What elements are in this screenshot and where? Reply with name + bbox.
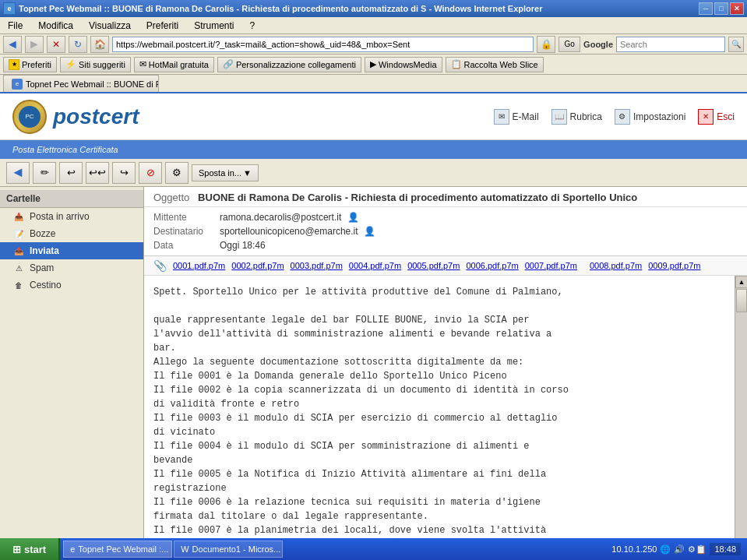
data-label: Data <box>153 240 220 251</box>
scroll-thumb[interactable] <box>736 289 747 312</box>
forward-button[interactable]: ↪ <box>112 162 136 184</box>
oggetto-label: Oggetto <box>153 192 195 203</box>
data-row: Data Oggi 18:46 <box>153 238 738 252</box>
suggested-sites-button[interactable]: ⚡ Siti suggeriti <box>60 57 131 72</box>
attachment-0008[interactable]: 0008.pdf.p7m <box>590 261 642 270</box>
taskbar-item-word[interactable]: W Documento1 - Micros... <box>174 541 283 558</box>
mittente-row: Mittente ramona.decarolis@postcert.it 👤 <box>153 210 738 224</box>
destinatario-badge-icon: 👤 <box>364 226 375 237</box>
maximize-button[interactable]: □ <box>714 2 728 15</box>
hotmail-icon: ✉ <box>139 59 146 69</box>
personalizza-button[interactable]: 🔗 Personalizzazione collegamenti <box>217 57 361 72</box>
start-label: start <box>24 544 46 555</box>
tab-bar: e Topnet Pec Webmail :: BUONE di Ramona … <box>0 75 747 93</box>
paperclip-icon: 📎 <box>153 259 167 272</box>
email-view: Oggetto BUONE di Ramona De Carolis - Ric… <box>144 187 747 560</box>
suggested-sites-label: Siti suggeriti <box>79 60 125 69</box>
taskbar-item-webmail[interactable]: e Topnet Pec Webmail :... <box>63 541 172 558</box>
menu-file[interactable]: File <box>3 19 27 33</box>
impostazioni-nav-button[interactable]: ⚙ Impostazioni <box>615 109 685 125</box>
scroll-up-arrow[interactable]: ▲ <box>735 276 747 288</box>
raccolta-button[interactable]: 📋 Raccolta Web Slice <box>446 57 544 72</box>
scroll-bar[interactable]: ▲ ▼ <box>735 276 747 560</box>
tab-icon: e <box>12 79 23 90</box>
address-input[interactable] <box>112 37 534 52</box>
close-button[interactable]: ✕ <box>730 2 744 15</box>
trash-icon: 🗑 <box>12 279 25 291</box>
menu-preferiti[interactable]: Preferiti <box>142 19 183 33</box>
forward-button[interactable]: ► <box>25 36 44 53</box>
rubrica-nav-icon: 📖 <box>551 109 567 125</box>
attachment-0002[interactable]: 0002.pdf.p7m <box>231 261 284 270</box>
attachment-0001[interactable]: 0001.pdf.p7m <box>173 261 225 270</box>
sidebar-item-label-bozze: Bozze <box>30 228 55 239</box>
menu-help[interactable]: ? <box>245 19 260 33</box>
taskbar-item-label-webmail: Topnet Pec Webmail :... <box>78 544 168 554</box>
attachment-0004[interactable]: 0004.pdf.p7m <box>349 261 401 270</box>
windows-logo-icon: ⊞ <box>12 544 21 555</box>
sidebar-item-spam[interactable]: ⚠ Spam <box>0 259 143 276</box>
drafts-icon: 📝 <box>12 227 25 240</box>
mittente-value: ramona.decarolis@postcert.it 👤 <box>220 212 738 223</box>
destinatario-label: Destinatario <box>153 226 220 237</box>
hotmail-button[interactable]: ✉ HotMail gratuita <box>134 57 214 72</box>
windows-media-button[interactable]: ▶ WindowsMedia <box>365 57 442 72</box>
back-button[interactable]: ◄ <box>3 36 22 53</box>
rubrica-nav-button[interactable]: 📖 Rubrica <box>551 109 602 125</box>
start-button[interactable]: ⊞ start <box>0 538 60 560</box>
personalizza-label: Personalizzazione collegamenti <box>236 60 356 69</box>
sub-header-text: Posta Elettronica Certificata <box>12 145 118 154</box>
edit-button[interactable]: ✏ <box>33 162 56 184</box>
email-nav-button[interactable]: ✉ E-Mail <box>494 109 539 125</box>
clock: 18:48 <box>710 543 741 555</box>
attachment-0007[interactable]: 0007.pdf.p7m <box>525 261 577 270</box>
settings-button[interactable]: ⚙ <box>165 162 189 184</box>
browser-icon: e <box>3 2 16 15</box>
destinatario-text: sportellounicopiceno@emarche.it <box>220 226 358 237</box>
sidebar-item-inviata[interactable]: 📤 Inviata <box>0 242 143 259</box>
logo-text: postcert <box>53 104 139 129</box>
spam-icon: ⚠ <box>12 262 25 274</box>
title-bar: e Topnet Pec Webmail :: BUONE di Ramona … <box>0 0 747 17</box>
reply-button[interactable]: ↩ <box>59 162 83 184</box>
search-button[interactable]: 🔍 <box>728 37 744 52</box>
favorites-button[interactable]: ★ Preferiti <box>3 57 57 72</box>
sposta-button[interactable]: Sposta in... ▼ <box>192 164 259 181</box>
stop-button[interactable]: ✕ <box>47 36 65 53</box>
menu-visualizza[interactable]: Visualizza <box>84 19 136 33</box>
mittente-label: Mittente <box>153 212 220 223</box>
sidebar: Cartelle 📥 Posta in arrivo 📝 Bozze 📤 Inv… <box>0 187 144 560</box>
postcert-logo: PC postcert <box>12 100 139 134</box>
email-toolbar: ◄ ✏ ↩ ↩↩ ↪ ⊘ ⚙ Sposta in... ▼ <box>0 159 747 187</box>
title-bar-text: e Topnet Pec Webmail :: BUONE di Ramona … <box>3 2 542 15</box>
email-subject: Oggetto BUONE di Ramona De Carolis - Ric… <box>144 187 747 207</box>
sidebar-item-label-inviata: Inviata <box>30 245 59 256</box>
favorites-label: Preferiti <box>22 60 51 69</box>
go-button[interactable]: Go <box>558 37 580 52</box>
menu-strumenti[interactable]: Strumenti <box>189 19 238 33</box>
sidebar-item-bozze[interactable]: 📝 Bozze <box>0 225 143 242</box>
menu-bar: File Modifica Visualizza Preferiti Strum… <box>0 17 747 34</box>
window-controls: ─ □ ✕ <box>699 2 744 15</box>
hotmail-label: HotMail gratuita <box>149 60 209 69</box>
attachment-0003[interactable]: 0003.pdf.p7m <box>291 261 343 270</box>
sposta-label: Sposta in... <box>199 168 241 178</box>
lock-icon: 🔒 <box>537 36 555 53</box>
refresh-button[interactable]: ↻ <box>69 36 87 53</box>
sidebar-item-posta-in-arrivo[interactable]: 📥 Posta in arrivo <box>0 208 143 225</box>
attachment-0009[interactable]: 0009.pdf.p7m <box>648 261 700 270</box>
sidebar-item-cestino[interactable]: 🗑 Cestino <box>0 276 143 294</box>
search-input[interactable] <box>616 37 725 52</box>
esci-nav-button[interactable]: ✕ Esci <box>698 109 735 125</box>
raccolta-icon: 📋 <box>451 59 462 69</box>
attachment-0006[interactable]: 0006.pdf.p7m <box>466 261 518 270</box>
menu-modifica[interactable]: Modifica <box>33 19 78 33</box>
back-nav-button[interactable]: ◄ <box>6 162 30 184</box>
home-button[interactable]: 🏠 <box>90 36 109 53</box>
minimize-button[interactable]: ─ <box>699 2 713 15</box>
delete-button[interactable]: ⊘ <box>139 162 162 184</box>
esci-nav-icon: ✕ <box>698 109 714 125</box>
browser-tab[interactable]: e Topnet Pec Webmail :: BUONE di Ramona … <box>3 75 159 92</box>
reply-all-button[interactable]: ↩↩ <box>86 162 109 184</box>
attachment-0005[interactable]: 0005.pdf.p7m <box>407 261 460 270</box>
